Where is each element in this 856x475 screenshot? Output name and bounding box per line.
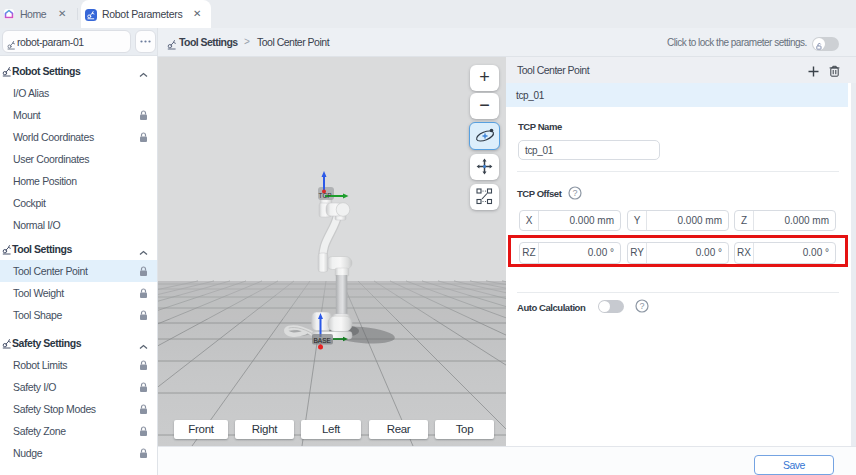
svg-text:BASE: BASE [314, 337, 332, 344]
svg-text:TCP: TCP [319, 192, 332, 199]
svg-text:?: ? [639, 301, 644, 311]
svg-text:?: ? [572, 188, 577, 198]
